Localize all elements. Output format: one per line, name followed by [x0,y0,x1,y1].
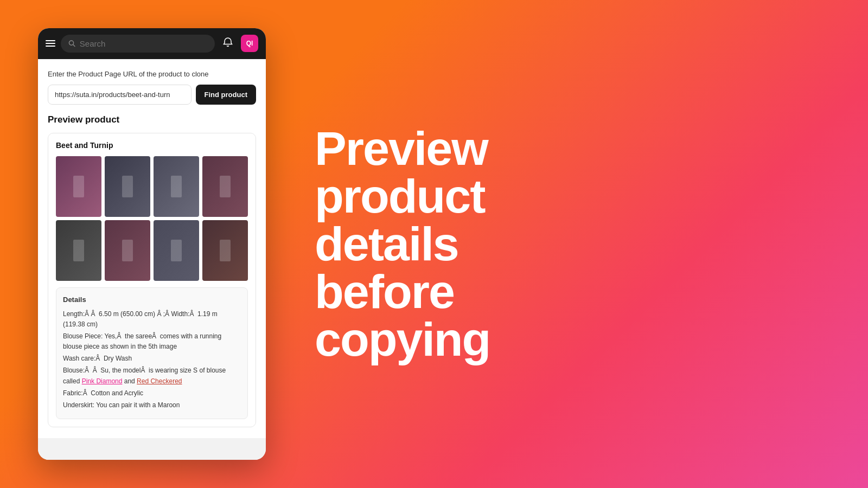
detail-blouse-piece: Blouse Piece: Yes,Â the sareeÂ comes wit… [63,331,241,352]
image-grid [56,156,248,281]
bell-icon[interactable] [220,35,235,53]
product-image-8 [202,220,248,281]
product-image-4 [202,156,248,217]
search-bar[interactable] [61,35,215,53]
product-image-5 [56,220,101,281]
product-image-1 [56,156,101,217]
product-image-2 [105,156,150,217]
search-icon [68,40,75,47]
detail-underskirt: Underskirt: You can pair it with a Maroo… [63,400,241,410]
detail-wash-care: Wash care:Â Dry Wash [63,354,241,364]
menu-icon[interactable] [46,40,55,47]
pink-diamond-link[interactable]: Pink Diamond [82,377,123,385]
details-heading: Details [63,294,241,306]
detail-length: Length:Â Â 6.50 m (650.00 cm) Â ;Â Width… [63,309,241,330]
promo-text: Preview product details before copying [271,125,835,363]
promo-heading: Preview product details before copying [315,125,835,363]
url-label: Enter the Product Page URL of the produc… [48,70,256,78]
product-card: Beet and Turnip [48,133,256,427]
svg-line-1 [73,45,75,47]
detail-blouse: Blouse:Â Â Su, the modelÂ is wearing siz… [63,365,241,386]
search-input[interactable] [80,39,207,48]
preview-section-title: Preview product [48,114,256,125]
find-product-button[interactable]: Find product [196,85,256,105]
nav-bar: QI [38,28,266,59]
product-image-6 [105,220,150,281]
product-image-7 [154,220,199,281]
phone-bottom [38,438,266,460]
main-content: Enter the Product Page URL of the produc… [38,59,266,438]
avatar[interactable]: QI [241,35,258,52]
detail-fabric: Fabric:Â Cotton and Acrylic [63,388,241,399]
url-input[interactable] [48,85,192,105]
red-checkered-link[interactable]: Red Checkered [137,377,182,385]
blouse-and: and [124,377,137,385]
phone-mockup: QI Enter the Product Page URL of the pro… [38,28,266,460]
phone-mockup-container: QI Enter the Product Page URL of the pro… [33,28,271,460]
product-name: Beet and Turnip [56,141,248,150]
details-box: Details Length:Â Â 6.50 m (650.00 cm) Â … [56,287,248,419]
url-row: Find product [48,85,256,105]
product-image-3 [154,156,199,217]
